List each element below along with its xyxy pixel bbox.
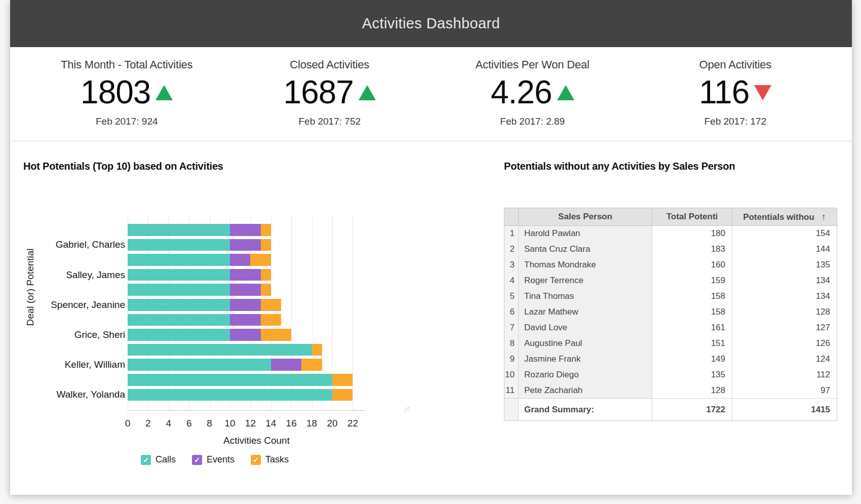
bar-segment-events[interactable]	[271, 359, 302, 371]
bar-segment-events[interactable]	[230, 299, 261, 311]
y-axis-title: Deal (or) Potential	[25, 211, 36, 363]
sales-person-cell: Lazar Mathew	[519, 304, 652, 320]
kpi-label: Activities Per Won Deal	[431, 58, 634, 71]
table-row: 8Augustine Paul151126	[504, 336, 837, 352]
bar-segment-calls[interactable]	[128, 224, 230, 236]
column-header-potentials-without[interactable]: Potentials withou↑	[732, 208, 837, 226]
bar-segment-calls[interactable]	[128, 344, 312, 356]
resize-handle-icon[interactable]	[404, 407, 410, 413]
bar-row	[128, 359, 322, 371]
bar-segment-events[interactable]	[230, 284, 261, 296]
bar-segment-tasks[interactable]	[261, 239, 271, 251]
row-number: 10	[504, 367, 519, 383]
table-row: 1Harold Pawlan180154	[504, 226, 837, 242]
potentials-without-cell: 128	[732, 304, 837, 320]
sales-person-cell: David Love	[519, 320, 652, 336]
kpi-label: Closed Activities	[228, 58, 432, 71]
category-label: Grice, Sheri	[10, 329, 125, 340]
row-number: 5	[504, 289, 519, 304]
bar-segment-events[interactable]	[230, 314, 261, 326]
category-label: Salley, James	[10, 269, 125, 281]
bar-segment-tasks[interactable]	[250, 254, 270, 266]
column-header-sales-person[interactable]: Sales Person	[519, 208, 652, 226]
kpi-compare: Feb 2017: 2.89	[431, 116, 634, 127]
dashboard-card: Activities Dashboard This Month - Total …	[10, 0, 852, 495]
chart-title: Hot Potentials (Top 10) based on Activit…	[23, 161, 223, 172]
bar-segment-tasks[interactable]	[261, 314, 281, 326]
bar-segment-tasks[interactable]	[261, 284, 271, 296]
legend-item-tasks[interactable]: ✓Tasks	[251, 454, 289, 465]
kpi-value-row: 116	[634, 73, 837, 111]
bar-row	[128, 269, 271, 281]
row-number: 2	[504, 242, 519, 257]
potentials-without-cell: 126	[732, 336, 837, 352]
bar-segment-tasks[interactable]	[332, 389, 353, 401]
bar-segment-tasks[interactable]	[261, 329, 292, 341]
table-row: 9Jasmine Frank149124	[504, 352, 837, 367]
bar-segment-events[interactable]	[230, 269, 261, 281]
potentials-without-cell: 97	[732, 383, 837, 399]
bar-segment-events[interactable]	[230, 239, 261, 251]
total-potentials-cell: 151	[652, 336, 732, 352]
kpi-open-activities: Open Activities 116 Feb 2017: 172	[634, 58, 837, 141]
bar-segment-calls[interactable]	[128, 269, 230, 281]
legend-label: Events	[207, 454, 234, 465]
legend-item-events[interactable]: ✓Events	[192, 454, 234, 465]
sales-person-cell: Roger Terrence	[519, 273, 652, 289]
kpi-activities-per-won-deal: Activities Per Won Deal 4.26 Feb 2017: 2…	[431, 58, 634, 141]
bar-segment-calls[interactable]	[128, 314, 230, 326]
bar-segment-calls[interactable]	[128, 254, 230, 266]
potentials-without-cell: 135	[732, 257, 837, 273]
summary-total: 1722	[652, 399, 732, 421]
bar-segment-calls[interactable]	[128, 389, 332, 401]
chart-legend: ✓Calls✓Events✓Tasks	[141, 454, 289, 465]
bar-segment-events[interactable]	[230, 224, 261, 236]
bar-row	[128, 284, 271, 296]
row-number: 8	[504, 336, 519, 352]
category-label: Spencer, Jeanine	[10, 299, 125, 311]
bar-segment-events[interactable]	[230, 329, 261, 341]
total-potentials-cell: 161	[652, 320, 732, 336]
bar-segment-tasks[interactable]	[261, 269, 271, 281]
bar-segment-calls[interactable]	[128, 374, 332, 386]
table-row: 3Thomas Mondrake160135	[504, 257, 837, 273]
category-label: Gabriel, Charles	[10, 239, 125, 250]
table-title: Potentials without any Activities by Sal…	[504, 161, 735, 172]
bar-segment-calls[interactable]	[128, 239, 230, 251]
summary-without: 1415	[732, 399, 837, 421]
bar-segment-calls[interactable]	[128, 359, 271, 371]
bar-row	[128, 344, 322, 356]
kpi-value: 4.26	[491, 74, 552, 110]
kpi-value: 1803	[81, 74, 150, 110]
kpi-compare: Feb 2017: 172	[634, 116, 837, 127]
column-header-total-potentials[interactable]: Total Potenti	[652, 208, 732, 226]
bar-segment-tasks[interactable]	[332, 374, 353, 386]
total-potentials-cell: 183	[652, 242, 732, 257]
bar-segment-events[interactable]	[230, 254, 250, 266]
row-number: 1	[504, 226, 519, 242]
category-label: Keller, William	[10, 359, 125, 370]
legend-item-calls[interactable]: ✓Calls	[141, 454, 176, 465]
bar-row	[128, 314, 281, 326]
bar-row	[128, 299, 281, 311]
bar-segment-tasks[interactable]	[261, 299, 281, 311]
total-potentials-cell: 180	[652, 226, 732, 242]
bar-segment-calls[interactable]	[128, 329, 230, 341]
total-potentials-cell: 128	[652, 383, 732, 399]
dashboard-header: Activities Dashboard	[10, 0, 852, 47]
bar-segment-tasks[interactable]	[261, 224, 271, 236]
main-content: Hot Potentials (Top 10) based on Activit…	[10, 141, 852, 495]
bar-row	[128, 224, 271, 236]
total-potentials-cell: 158	[652, 289, 732, 304]
gridline	[353, 215, 353, 410]
kpi-row: This Month - Total Activities 1803 Feb 2…	[10, 47, 852, 141]
total-potentials-cell: 160	[652, 257, 732, 273]
bar-segment-tasks[interactable]	[301, 359, 322, 371]
bar-segment-calls[interactable]	[128, 299, 230, 311]
table-row: 11Pete Zachariah12897	[504, 383, 837, 399]
kpi-compare: Feb 2017: 752	[228, 116, 432, 127]
table-row: 10Rozario Diego135112	[504, 367, 837, 383]
bar-segment-calls[interactable]	[128, 284, 230, 296]
bar-segment-tasks[interactable]	[312, 344, 322, 356]
x-axis-ticks: 0246810121416182022	[128, 418, 365, 430]
